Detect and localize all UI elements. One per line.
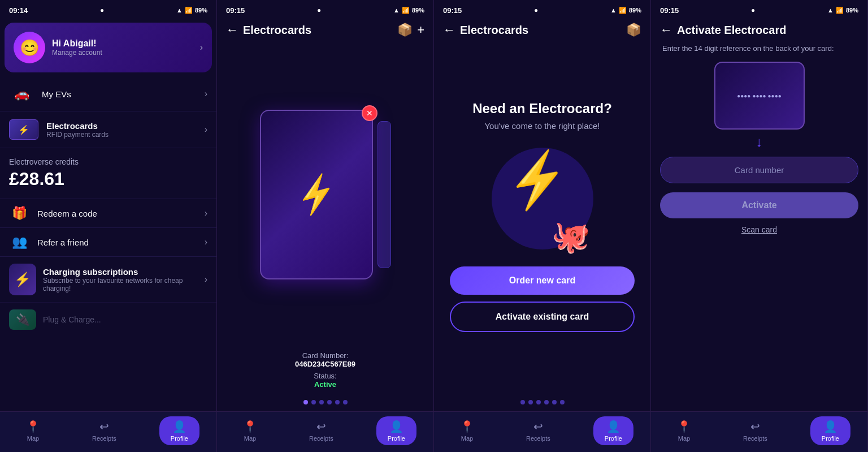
card-number-placeholder: Card number bbox=[735, 165, 784, 175]
charging-subs-item[interactable]: ⚡ Charging subscriptions Subscribe to yo… bbox=[0, 256, 216, 302]
card-dots-display: ●●●● ●●●● ●●●● bbox=[737, 93, 782, 99]
activate-button[interactable]: Activate bbox=[660, 192, 858, 218]
mascot-illustration: ⚡ 🐙 bbox=[486, 142, 599, 255]
need-card-title: Need an Electrocard? bbox=[472, 101, 612, 117]
profile-icon-3: 👤 bbox=[606, 420, 620, 433]
s3-dot-6 bbox=[560, 400, 565, 404]
order-new-card-button[interactable]: Order new card bbox=[450, 266, 635, 295]
card-number-field[interactable]: Card number bbox=[660, 157, 858, 183]
s3-dot-3 bbox=[536, 400, 541, 404]
electrocards-header: ← Electrocards 📦 + bbox=[217, 18, 433, 44]
receipts-icon-2: ↩ bbox=[316, 420, 326, 433]
refer-friend-item[interactable]: 👥 Refer a friend › bbox=[0, 227, 216, 256]
scan-card-link[interactable]: Scan card bbox=[660, 225, 858, 234]
electrocards-sub: RFID payment cards bbox=[46, 131, 197, 139]
card-dot-3: ●●●● bbox=[768, 93, 782, 99]
screen1-scroll: 😊 Hi Abigail! Manage account › 🚗 My EVs … bbox=[0, 18, 216, 411]
nav-profile-1[interactable]: 👤 Profile bbox=[159, 416, 199, 445]
back-button-2[interactable]: ← bbox=[226, 23, 238, 37]
activate-title: Activate Electrocard bbox=[677, 24, 858, 37]
need-card-header-title: Electrocards bbox=[460, 24, 626, 37]
add-button-2[interactable]: + bbox=[417, 23, 424, 37]
screen-home: 09:14 ● ▲ 📶 89% 😊 Hi Abigail! Manage acc… bbox=[0, 0, 217, 452]
screen-electrocards: 09:15 ● ▲ 📶 89% ← Electrocards 📦 + ✕ ⚡ C… bbox=[217, 0, 434, 452]
receipts-icon-1: ↩ bbox=[99, 420, 109, 433]
nav-receipts-label-1: Receipts bbox=[92, 435, 116, 442]
nav-receipts-2[interactable]: ↩ Receipts bbox=[300, 417, 342, 444]
time-3: 09:15 bbox=[443, 6, 462, 15]
profile-name: Hi Abigail! bbox=[52, 38, 193, 49]
credits-section: Electroverse credits £28.61 bbox=[0, 148, 216, 199]
dot-5 bbox=[335, 400, 340, 404]
back-button-4[interactable]: ← bbox=[660, 23, 672, 37]
credits-amount: £28.61 bbox=[9, 169, 207, 190]
card-bolt-icon: ⚡ bbox=[290, 170, 342, 219]
battery-icon: 89% bbox=[195, 7, 207, 14]
dot-indicator-2: ● bbox=[317, 6, 321, 14]
nav-receipts-1[interactable]: ↩ Receipts bbox=[83, 417, 125, 444]
electrocards-label: Electrocards bbox=[46, 121, 197, 131]
manage-account-label: Manage account bbox=[52, 49, 193, 57]
carousel-dots-3 bbox=[434, 395, 650, 411]
time-4: 09:15 bbox=[660, 6, 679, 15]
box-icon-3: 📦 bbox=[626, 23, 641, 37]
electrocards-item[interactable]: ⚡ Electrocards RFID payment cards › bbox=[0, 111, 216, 148]
redeem-label: Redeem a code bbox=[37, 209, 197, 218]
battery-icon-3: 89% bbox=[629, 7, 641, 14]
nav-receipts-label-3: Receipts bbox=[526, 435, 550, 442]
dot-indicator-3: ● bbox=[534, 6, 538, 14]
back-button-3[interactable]: ← bbox=[443, 23, 455, 37]
activate-existing-card-button[interactable]: Activate existing card bbox=[450, 302, 635, 332]
wifi-icon: ▲ bbox=[176, 7, 183, 14]
signal-icon-2: 📶 bbox=[402, 7, 410, 14]
nav-map-label-3: Map bbox=[461, 435, 473, 442]
my-evs-chevron-icon: › bbox=[205, 89, 207, 99]
bottom-nav-2: 📍 Map ↩ Receipts 👤 Profile bbox=[217, 411, 433, 452]
dot-4 bbox=[327, 400, 332, 404]
profile-icon-1: 👤 bbox=[172, 420, 186, 433]
nav-receipts-3[interactable]: ↩ Receipts bbox=[517, 417, 559, 444]
profile-header[interactable]: 😊 Hi Abigail! Manage account › bbox=[5, 23, 212, 72]
card-carousel: ✕ ⚡ bbox=[217, 44, 433, 345]
s3-dot-1 bbox=[520, 400, 525, 404]
map-icon-2: 📍 bbox=[243, 420, 257, 433]
my-evs-item[interactable]: 🚗 My EVs › bbox=[0, 77, 216, 111]
nav-profile-3[interactable]: 👤 Profile bbox=[593, 416, 633, 445]
refer-chevron-icon: › bbox=[205, 237, 207, 247]
nav-profile-4[interactable]: 👤 Profile bbox=[810, 416, 850, 445]
dot-3 bbox=[319, 400, 324, 404]
electrocard-item[interactable]: ✕ ⚡ bbox=[260, 110, 373, 279]
nav-profile-2[interactable]: 👤 Profile bbox=[376, 416, 416, 445]
dot-1 bbox=[303, 400, 308, 404]
nav-map-2[interactable]: 📍 Map bbox=[234, 417, 266, 444]
card-status-row: Status: Active bbox=[226, 372, 424, 389]
card-image-box: ●●●● ●●●● ●●●● bbox=[714, 62, 805, 130]
status-bar-4: 09:15 ● ▲ 📶 89% bbox=[651, 0, 867, 18]
battery-icon-2: 89% bbox=[412, 7, 424, 14]
redeem-code-item[interactable]: 🎁 Redeem a code › bbox=[0, 199, 216, 227]
status-icons-4: ▲ 📶 89% bbox=[827, 7, 858, 14]
signal-icon-3: 📶 bbox=[619, 7, 627, 14]
gift-icon: 🎁 bbox=[9, 206, 29, 221]
card-info-section: Card Number: 046D234C567E89 Status: Acti… bbox=[217, 345, 433, 395]
electrocards-chevron-icon: › bbox=[205, 124, 207, 135]
nav-map-4[interactable]: 📍 Map bbox=[668, 417, 700, 444]
dot-2 bbox=[311, 400, 316, 404]
box-icon-2: 📦 bbox=[397, 23, 413, 37]
s3-dot-4 bbox=[544, 400, 549, 404]
wifi-icon-3: ▲ bbox=[610, 7, 617, 14]
partially-visible-item: 🔌 Plug & Charge... bbox=[0, 302, 216, 337]
time-2: 09:15 bbox=[226, 6, 245, 15]
card-close-button[interactable]: ✕ bbox=[362, 105, 377, 121]
electrocards-text: Electrocards RFID payment cards bbox=[46, 121, 197, 139]
ev-icon-box: 🚗 bbox=[9, 85, 34, 103]
credits-label: Electroverse credits bbox=[9, 157, 207, 166]
card-number-value: 046D234C567E89 bbox=[295, 360, 355, 368]
nav-map-3[interactable]: 📍 Map bbox=[451, 417, 483, 444]
profile-icon-4: 👤 bbox=[823, 420, 837, 433]
nav-receipts-4[interactable]: ↩ Receipts bbox=[734, 417, 776, 444]
s3-dot-5 bbox=[552, 400, 557, 404]
nav-map-label-1: Map bbox=[27, 435, 39, 442]
nav-map-1[interactable]: 📍 Map bbox=[17, 417, 49, 444]
avatar: 😊 bbox=[14, 32, 45, 63]
